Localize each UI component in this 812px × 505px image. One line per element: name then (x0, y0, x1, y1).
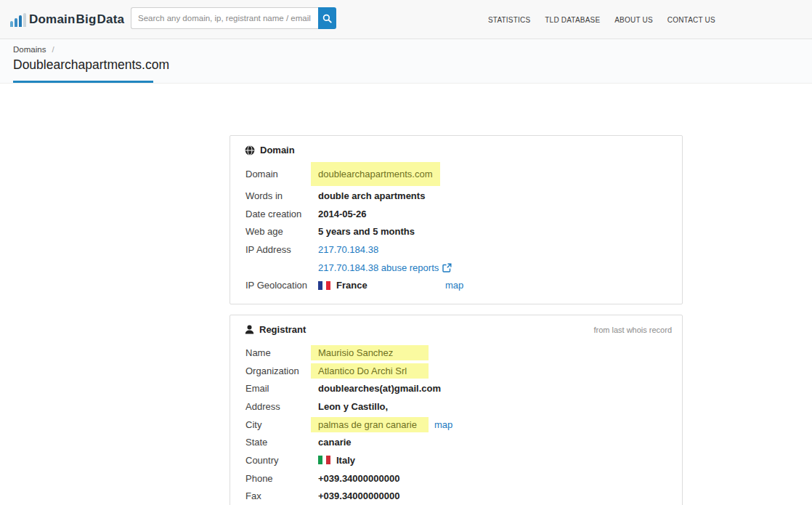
title-underline (13, 81, 153, 83)
search-icon (322, 14, 332, 23)
record-row-web-age: Web age5 years and 5 months (230, 222, 682, 241)
main-nav: STATISTICS TLD DATABASE ABOUT US CONTACT… (488, 0, 715, 39)
site-logo[interactable]: DomainBigData (10, 0, 125, 39)
nav-about-us[interactable]: ABOUT US (614, 16, 653, 24)
search-input[interactable] (131, 7, 318, 29)
nav-statistics[interactable]: STATISTICS (488, 16, 530, 24)
whois-record-note: from last whois record (593, 326, 672, 334)
record-row-state: Statecanarie (230, 433, 682, 451)
external-link-icon (442, 263, 452, 272)
field-label: Address (245, 401, 318, 412)
value-link[interactable]: 217.70.184.38 (318, 244, 378, 255)
logo-word-data: Data (97, 12, 125, 26)
record-row-ip-address: IP Address217.70.184.38 (230, 241, 682, 259)
search-bar (131, 7, 336, 29)
highlighted-value: palmas de gran canarie (311, 417, 429, 432)
field-label: Words in (245, 190, 318, 201)
record-row-city: Citypalmas de gran canariemap (230, 416, 682, 434)
domain-card: Domain Domaindoublearchapartments.comWor… (230, 135, 683, 304)
page-title: Doublearchapartments.com (13, 57, 169, 73)
highlighted-value: Maurisio Sanchez (311, 345, 429, 360)
record-row-domain: Domaindoublearchapartments.com (230, 161, 682, 187)
domain-card-header: Domain (245, 145, 295, 155)
field-value: +039.34000000000 (318, 490, 399, 501)
map-link[interactable]: map (434, 419, 452, 430)
breadcrumb-domains-link[interactable]: Domains (13, 45, 46, 54)
domain-card-title: Domain (260, 145, 295, 155)
field-label: Organization (245, 365, 318, 376)
breadcrumb-separator: / (52, 45, 54, 54)
field-value: Leon y Castillo, (318, 401, 388, 412)
record-row-email: Emaildoublearches(at)gmail.com (230, 379, 682, 397)
field-label: Country (245, 455, 318, 466)
record-row-ip-geolocation: IP GeolocationFrancemap (230, 276, 682, 294)
field-value: France (336, 280, 368, 291)
field-label: Fax (245, 490, 318, 501)
field-value: double arch apartments (318, 190, 425, 201)
field-value: Italy (336, 455, 355, 466)
site-logo-text: DomainBigData (29, 12, 125, 27)
search-button[interactable] (318, 7, 336, 29)
map-link[interactable]: map (445, 280, 463, 291)
person-icon (245, 325, 254, 334)
italy-flag-icon (318, 456, 330, 464)
field-label: IP Geolocation (245, 280, 318, 291)
france-flag-icon (318, 281, 330, 290)
field-value: 2014-05-26 (318, 209, 367, 219)
logo-word-domain: Domain (29, 12, 76, 26)
record-row-phone: Phone+039.34000000000 (230, 469, 682, 488)
field-label: Name (245, 347, 318, 358)
record-row-name: NameMaurisio Sanchez (230, 344, 682, 362)
highlighted-value: Atlantico Do Archi Srl (311, 363, 429, 379)
registrant-card: Registrant from last whois record NameMa… (230, 315, 683, 505)
record-row-country: CountryItaly (230, 451, 682, 469)
record-row-address: AddressLeon y Castillo, (230, 397, 682, 416)
field-label: Domain (245, 169, 318, 179)
record-row-extra: 217.70.184.38 abuse reports (230, 259, 682, 277)
title-band: Domains / Doublearchapartments.com (0, 39, 812, 84)
field-label: Email (245, 383, 318, 394)
field-label: IP Address (245, 244, 318, 255)
registrant-card-rows: NameMaurisio SanchezOrganizationAtlantic… (230, 344, 682, 505)
registrant-card-title: Registrant (259, 324, 306, 335)
record-row-organization: OrganizationAtlantico Do Archi Srl (230, 362, 682, 380)
field-value: doublearches(at)gmail.com (318, 383, 441, 394)
registrant-card-header: Registrant (245, 324, 306, 335)
value-link[interactable]: 217.70.184.38 abuse reports (318, 262, 439, 273)
field-value: 5 years and 5 months (318, 226, 415, 237)
highlighted-value: doublearchapartments.com (311, 162, 440, 186)
record-row-fax: Fax+039.34000000000 (230, 488, 682, 505)
nav-contact-us[interactable]: CONTACT US (667, 16, 715, 24)
field-label: City (245, 419, 318, 430)
record-row-date-creation: Date creation2014-05-26 (230, 205, 682, 223)
field-label: Date creation (245, 209, 318, 219)
breadcrumb: Domains / (13, 45, 54, 54)
field-value: +039.34000000000 (318, 473, 399, 484)
domain-card-rows: Domaindoublearchapartments.comWords indo… (230, 161, 682, 294)
bar-chart-logo-icon (10, 13, 26, 27)
field-label: Phone (245, 473, 318, 484)
nav-tld-database[interactable]: TLD DATABASE (545, 16, 600, 24)
field-value: canarie (318, 437, 352, 448)
field-label: State (245, 437, 318, 448)
logo-word-big: Big (76, 12, 97, 26)
top-header: DomainBigData STATISTICS TLD DATABASE AB… (0, 0, 812, 39)
globe-icon (245, 145, 255, 155)
field-label: Web age (245, 226, 318, 237)
record-row-words-in: Words indouble arch apartments (230, 187, 682, 205)
